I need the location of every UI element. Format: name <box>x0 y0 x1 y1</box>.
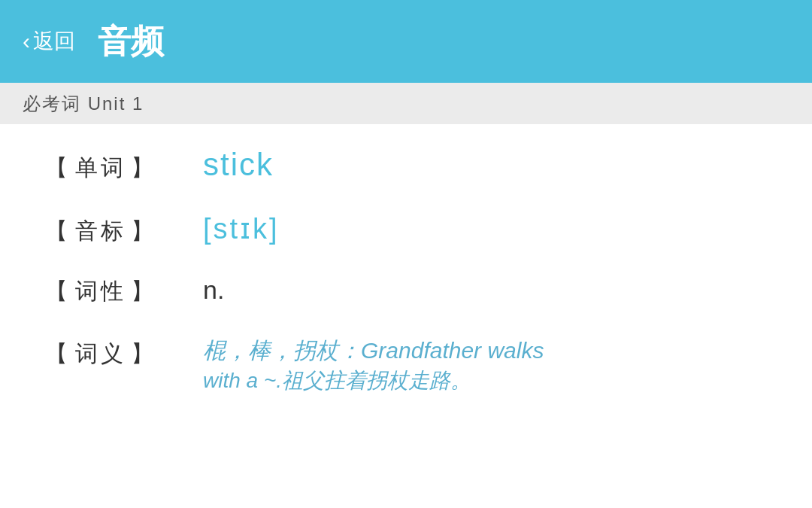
definition-label: 【 词义 】 <box>45 336 203 370</box>
pos-label: 【 词性 】 <box>45 276 203 307</box>
phonetic-label: 【 音标 】 <box>45 216 203 247</box>
phonetic-row: 【 音标 】 [stɪk] <box>45 212 767 247</box>
word-row: 【 单词 】 stick <box>45 147 767 184</box>
header: ‹ 返回 音频 <box>0 0 812 83</box>
definition-block: 棍，棒，拐杖：Grandfather walks with a ~.祖父拄着拐杖… <box>203 336 544 395</box>
subtitle-bar: 必考词 Unit 1 <box>0 83 812 124</box>
definition-row: 【 词义 】 棍，棒，拐杖：Grandfather walks with a ~… <box>45 336 767 395</box>
chevron-left-icon: ‹ <box>23 29 30 54</box>
pos-row: 【 词性 】 n. <box>45 275 767 307</box>
back-label: 返回 <box>33 27 75 56</box>
back-button[interactable]: ‹ 返回 <box>23 27 75 56</box>
page-title: 音频 <box>98 20 164 64</box>
phonetic-value: [stɪk] <box>203 212 280 245</box>
definition-line2: with a ~.祖父拄着拐杖走路。 <box>203 367 544 395</box>
definition-line1: 棍，棒，拐杖：Grandfather walks <box>203 336 544 367</box>
word-label: 【 单词 】 <box>45 153 203 184</box>
subtitle-text: 必考词 Unit 1 <box>23 92 144 116</box>
word-value: stick <box>203 147 274 183</box>
main-content: 【 单词 】 stick 【 音标 】 [stɪk] 【 词性 】 n. 【 词… <box>0 124 812 508</box>
pos-value: n. <box>203 275 224 305</box>
